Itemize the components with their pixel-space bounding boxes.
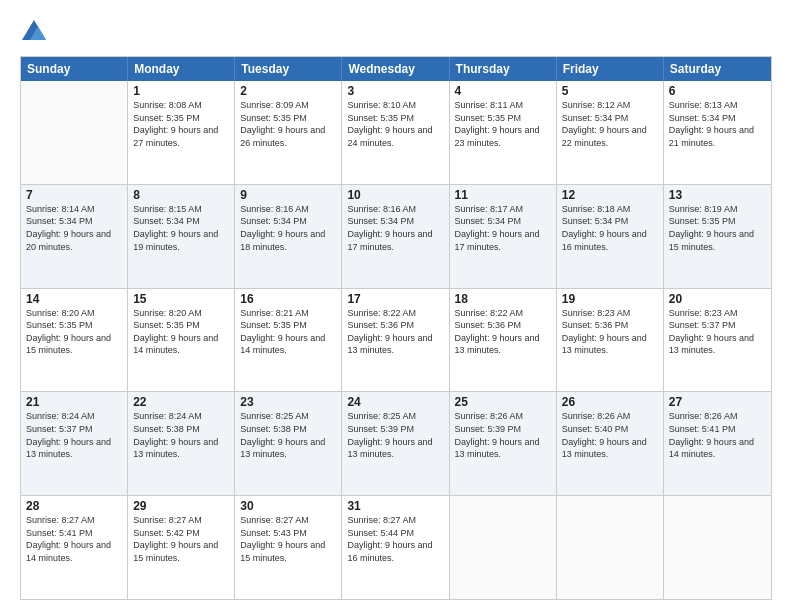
cell-day-number: 18	[455, 292, 551, 306]
cell-day-number: 3	[347, 84, 443, 98]
calendar-cell-4-4: 24Sunrise: 8:25 AMSunset: 5:39 PMDayligh…	[342, 392, 449, 495]
cell-day-number: 22	[133, 395, 229, 409]
cell-day-number: 11	[455, 188, 551, 202]
calendar-cell-1-5: 4Sunrise: 8:11 AMSunset: 5:35 PMDaylight…	[450, 81, 557, 184]
cell-info: Sunrise: 8:22 AMSunset: 5:36 PMDaylight:…	[455, 307, 551, 357]
cell-info: Sunrise: 8:27 AMSunset: 5:44 PMDaylight:…	[347, 514, 443, 564]
calendar-cell-3-1: 14Sunrise: 8:20 AMSunset: 5:35 PMDayligh…	[21, 289, 128, 392]
calendar-cell-3-2: 15Sunrise: 8:20 AMSunset: 5:35 PMDayligh…	[128, 289, 235, 392]
calendar-header: SundayMondayTuesdayWednesdayThursdayFrid…	[21, 57, 771, 81]
cell-info: Sunrise: 8:27 AMSunset: 5:41 PMDaylight:…	[26, 514, 122, 564]
cell-info: Sunrise: 8:27 AMSunset: 5:42 PMDaylight:…	[133, 514, 229, 564]
calendar-cell-2-1: 7Sunrise: 8:14 AMSunset: 5:34 PMDaylight…	[21, 185, 128, 288]
calendar-cell-5-2: 29Sunrise: 8:27 AMSunset: 5:42 PMDayligh…	[128, 496, 235, 599]
calendar-cell-4-7: 27Sunrise: 8:26 AMSunset: 5:41 PMDayligh…	[664, 392, 771, 495]
cell-info: Sunrise: 8:08 AMSunset: 5:35 PMDaylight:…	[133, 99, 229, 149]
cell-info: Sunrise: 8:16 AMSunset: 5:34 PMDaylight:…	[347, 203, 443, 253]
calendar-cell-3-7: 20Sunrise: 8:23 AMSunset: 5:37 PMDayligh…	[664, 289, 771, 392]
header-day-sunday: Sunday	[21, 57, 128, 81]
header	[20, 18, 772, 46]
calendar-cell-4-3: 23Sunrise: 8:25 AMSunset: 5:38 PMDayligh…	[235, 392, 342, 495]
cell-info: Sunrise: 8:18 AMSunset: 5:34 PMDaylight:…	[562, 203, 658, 253]
calendar-row-4: 21Sunrise: 8:24 AMSunset: 5:37 PMDayligh…	[21, 392, 771, 496]
cell-day-number: 19	[562, 292, 658, 306]
calendar: SundayMondayTuesdayWednesdayThursdayFrid…	[20, 56, 772, 600]
cell-day-number: 27	[669, 395, 766, 409]
calendar-cell-3-3: 16Sunrise: 8:21 AMSunset: 5:35 PMDayligh…	[235, 289, 342, 392]
logo-icon	[20, 18, 48, 46]
calendar-cell-1-2: 1Sunrise: 8:08 AMSunset: 5:35 PMDaylight…	[128, 81, 235, 184]
calendar-cell-5-1: 28Sunrise: 8:27 AMSunset: 5:41 PMDayligh…	[21, 496, 128, 599]
calendar-cell-2-5: 11Sunrise: 8:17 AMSunset: 5:34 PMDayligh…	[450, 185, 557, 288]
cell-info: Sunrise: 8:26 AMSunset: 5:41 PMDaylight:…	[669, 410, 766, 460]
calendar-cell-1-1	[21, 81, 128, 184]
cell-day-number: 25	[455, 395, 551, 409]
calendar-cell-5-3: 30Sunrise: 8:27 AMSunset: 5:43 PMDayligh…	[235, 496, 342, 599]
cell-day-number: 6	[669, 84, 766, 98]
cell-day-number: 8	[133, 188, 229, 202]
cell-day-number: 28	[26, 499, 122, 513]
calendar-cell-5-5	[450, 496, 557, 599]
calendar-cell-4-2: 22Sunrise: 8:24 AMSunset: 5:38 PMDayligh…	[128, 392, 235, 495]
cell-info: Sunrise: 8:27 AMSunset: 5:43 PMDaylight:…	[240, 514, 336, 564]
cell-info: Sunrise: 8:25 AMSunset: 5:39 PMDaylight:…	[347, 410, 443, 460]
calendar-cell-3-4: 17Sunrise: 8:22 AMSunset: 5:36 PMDayligh…	[342, 289, 449, 392]
calendar-cell-1-3: 2Sunrise: 8:09 AMSunset: 5:35 PMDaylight…	[235, 81, 342, 184]
cell-day-number: 2	[240, 84, 336, 98]
calendar-cell-3-6: 19Sunrise: 8:23 AMSunset: 5:36 PMDayligh…	[557, 289, 664, 392]
cell-day-number: 14	[26, 292, 122, 306]
cell-info: Sunrise: 8:12 AMSunset: 5:34 PMDaylight:…	[562, 99, 658, 149]
cell-info: Sunrise: 8:20 AMSunset: 5:35 PMDaylight:…	[133, 307, 229, 357]
calendar-cell-2-2: 8Sunrise: 8:15 AMSunset: 5:34 PMDaylight…	[128, 185, 235, 288]
cell-info: Sunrise: 8:15 AMSunset: 5:34 PMDaylight:…	[133, 203, 229, 253]
cell-day-number: 15	[133, 292, 229, 306]
calendar-cell-5-6	[557, 496, 664, 599]
cell-info: Sunrise: 8:13 AMSunset: 5:34 PMDaylight:…	[669, 99, 766, 149]
header-day-saturday: Saturday	[664, 57, 771, 81]
cell-day-number: 29	[133, 499, 229, 513]
calendar-cell-3-5: 18Sunrise: 8:22 AMSunset: 5:36 PMDayligh…	[450, 289, 557, 392]
calendar-cell-2-3: 9Sunrise: 8:16 AMSunset: 5:34 PMDaylight…	[235, 185, 342, 288]
cell-info: Sunrise: 8:09 AMSunset: 5:35 PMDaylight:…	[240, 99, 336, 149]
calendar-row-1: 1Sunrise: 8:08 AMSunset: 5:35 PMDaylight…	[21, 81, 771, 185]
cell-day-number: 30	[240, 499, 336, 513]
cell-info: Sunrise: 8:10 AMSunset: 5:35 PMDaylight:…	[347, 99, 443, 149]
calendar-row-5: 28Sunrise: 8:27 AMSunset: 5:41 PMDayligh…	[21, 496, 771, 599]
cell-info: Sunrise: 8:21 AMSunset: 5:35 PMDaylight:…	[240, 307, 336, 357]
header-day-thursday: Thursday	[450, 57, 557, 81]
cell-info: Sunrise: 8:23 AMSunset: 5:36 PMDaylight:…	[562, 307, 658, 357]
cell-day-number: 4	[455, 84, 551, 98]
cell-day-number: 1	[133, 84, 229, 98]
calendar-cell-1-6: 5Sunrise: 8:12 AMSunset: 5:34 PMDaylight…	[557, 81, 664, 184]
calendar-cell-4-5: 25Sunrise: 8:26 AMSunset: 5:39 PMDayligh…	[450, 392, 557, 495]
calendar-cell-2-7: 13Sunrise: 8:19 AMSunset: 5:35 PMDayligh…	[664, 185, 771, 288]
cell-day-number: 21	[26, 395, 122, 409]
calendar-row-2: 7Sunrise: 8:14 AMSunset: 5:34 PMDaylight…	[21, 185, 771, 289]
cell-day-number: 17	[347, 292, 443, 306]
header-day-wednesday: Wednesday	[342, 57, 449, 81]
cell-day-number: 7	[26, 188, 122, 202]
cell-info: Sunrise: 8:20 AMSunset: 5:35 PMDaylight:…	[26, 307, 122, 357]
cell-info: Sunrise: 8:25 AMSunset: 5:38 PMDaylight:…	[240, 410, 336, 460]
cell-day-number: 10	[347, 188, 443, 202]
cell-day-number: 9	[240, 188, 336, 202]
calendar-cell-5-4: 31Sunrise: 8:27 AMSunset: 5:44 PMDayligh…	[342, 496, 449, 599]
calendar-cell-5-7	[664, 496, 771, 599]
calendar-row-3: 14Sunrise: 8:20 AMSunset: 5:35 PMDayligh…	[21, 289, 771, 393]
logo	[20, 18, 51, 46]
header-day-monday: Monday	[128, 57, 235, 81]
calendar-cell-1-7: 6Sunrise: 8:13 AMSunset: 5:34 PMDaylight…	[664, 81, 771, 184]
calendar-cell-2-4: 10Sunrise: 8:16 AMSunset: 5:34 PMDayligh…	[342, 185, 449, 288]
cell-day-number: 16	[240, 292, 336, 306]
cell-day-number: 31	[347, 499, 443, 513]
cell-day-number: 26	[562, 395, 658, 409]
cell-day-number: 24	[347, 395, 443, 409]
cell-info: Sunrise: 8:14 AMSunset: 5:34 PMDaylight:…	[26, 203, 122, 253]
calendar-cell-4-6: 26Sunrise: 8:26 AMSunset: 5:40 PMDayligh…	[557, 392, 664, 495]
page: SundayMondayTuesdayWednesdayThursdayFrid…	[0, 0, 792, 612]
calendar-body: 1Sunrise: 8:08 AMSunset: 5:35 PMDaylight…	[21, 81, 771, 599]
calendar-cell-2-6: 12Sunrise: 8:18 AMSunset: 5:34 PMDayligh…	[557, 185, 664, 288]
cell-info: Sunrise: 8:23 AMSunset: 5:37 PMDaylight:…	[669, 307, 766, 357]
cell-info: Sunrise: 8:26 AMSunset: 5:39 PMDaylight:…	[455, 410, 551, 460]
cell-info: Sunrise: 8:24 AMSunset: 5:37 PMDaylight:…	[26, 410, 122, 460]
